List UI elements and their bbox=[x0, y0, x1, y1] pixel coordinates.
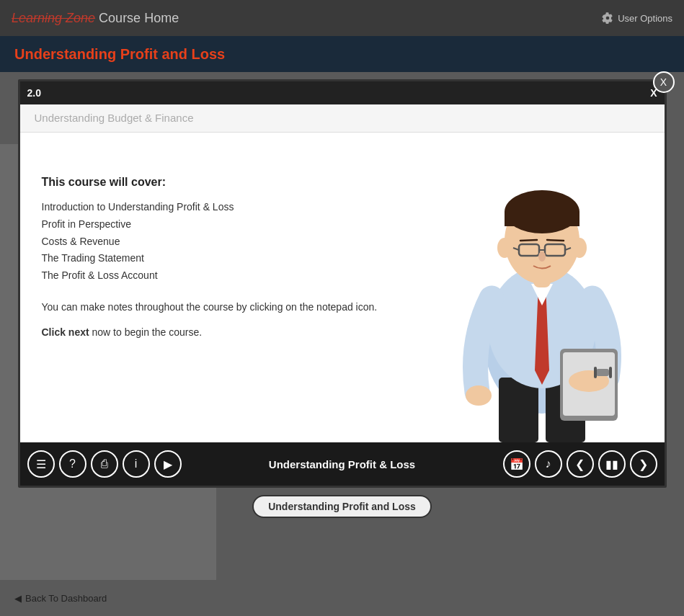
calendar-icon: 📅 bbox=[510, 457, 524, 471]
next-button[interactable]: ❯ bbox=[630, 450, 657, 478]
app-title-learning-zone: Learning Zone bbox=[12, 11, 95, 25]
course-cover-title: This course will cover: bbox=[42, 176, 398, 189]
svg-point-21 bbox=[572, 238, 587, 258]
back-dashboard-label: Back To Dashboard bbox=[25, 593, 107, 604]
video-icon: ▶ bbox=[164, 457, 172, 471]
menu-icon: ☰ bbox=[36, 457, 46, 471]
help-icon: ? bbox=[69, 457, 76, 470]
svg-point-22 bbox=[466, 385, 492, 406]
click-next-rest: now to begin the course. bbox=[92, 326, 203, 338]
gear-icon bbox=[602, 12, 613, 24]
next-icon: ❯ bbox=[639, 457, 648, 471]
video-button[interactable]: ▶ bbox=[154, 450, 182, 478]
list-item: The Trading Statement bbox=[42, 250, 398, 267]
svg-point-19 bbox=[538, 251, 546, 262]
svg-point-20 bbox=[497, 238, 512, 258]
bottom-right-controls: 📅 ♪ ❮ ▮▮ ❯ bbox=[503, 450, 657, 478]
modal-bottombar: ☰ ? ⎙ i ▶ Understanding Profit & Loss bbox=[20, 442, 665, 486]
volume-button[interactable]: ♪ bbox=[535, 450, 562, 478]
back-arrow-icon: ◀ bbox=[14, 593, 22, 604]
click-next-text: Click next now to begin the course. bbox=[42, 326, 398, 338]
modal-close-button[interactable]: X bbox=[653, 71, 675, 93]
main-content: X 2.0 X Understanding Budget & Finance T… bbox=[0, 72, 684, 616]
modal-version-label: 2.0 bbox=[27, 87, 41, 99]
print-button[interactable]: ⎙ bbox=[91, 450, 118, 478]
svg-rect-26 bbox=[596, 369, 609, 376]
calendar-button[interactable]: 📅 bbox=[503, 450, 530, 478]
user-options-label: User Options bbox=[618, 13, 672, 24]
list-item: Introduction to Understanding Profit & L… bbox=[42, 199, 398, 216]
back-dashboard-button[interactable]: ◀ Back To Dashboard bbox=[14, 593, 107, 604]
click-next-bold: Click next bbox=[42, 326, 89, 338]
list-item: The Profit & Loss Account bbox=[42, 267, 398, 285]
right-panel bbox=[666, 144, 684, 580]
notes-text: You can make notes throughout the course… bbox=[42, 299, 398, 315]
bottom-left-controls: ☰ ? ⎙ i ▶ bbox=[27, 450, 182, 478]
help-button[interactable]: ? bbox=[59, 450, 86, 478]
course-label-button[interactable]: Understanding Profit and Loss bbox=[252, 495, 432, 518]
svg-rect-11 bbox=[505, 212, 579, 226]
info-icon: i bbox=[135, 457, 138, 470]
top-bar: Learning Zone Course Home User Options bbox=[0, 0, 684, 36]
person-illustration bbox=[434, 140, 650, 442]
user-options-button[interactable]: User Options bbox=[602, 12, 672, 24]
svg-rect-28 bbox=[609, 367, 612, 378]
modal-subtitle: Understanding Budget & Finance bbox=[35, 112, 194, 124]
back-button[interactable]: ❮ bbox=[567, 450, 594, 478]
list-item: Costs & Revenue bbox=[42, 233, 398, 251]
volume-icon: ♪ bbox=[546, 457, 551, 470]
svg-line-17 bbox=[520, 240, 537, 241]
modal-topbar: 2.0 X bbox=[20, 81, 665, 104]
modal-container: X 2.0 X Understanding Budget & Finance T… bbox=[18, 79, 667, 488]
svg-rect-27 bbox=[594, 367, 597, 378]
course-header: Understanding Profit and Loss bbox=[0, 36, 684, 72]
bottom-course-name: Understanding Profit & Loss bbox=[182, 458, 503, 470]
modal-person-image bbox=[419, 133, 665, 442]
modal-body: This course will cover: Introduction to … bbox=[20, 133, 665, 442]
course-title: Understanding Profit and Loss bbox=[14, 46, 225, 63]
pause-icon: ▮▮ bbox=[605, 457, 618, 471]
menu-button[interactable]: ☰ bbox=[27, 450, 55, 478]
pause-button[interactable]: ▮▮ bbox=[598, 450, 626, 478]
modal-subtitle-bar: Understanding Budget & Finance bbox=[20, 104, 665, 133]
back-dashboard-bar: ◀ Back To Dashboard bbox=[0, 580, 684, 616]
print-icon: ⎙ bbox=[101, 457, 108, 470]
app-title-course-home: Course Home bbox=[99, 11, 179, 25]
info-button[interactable]: i bbox=[123, 450, 150, 478]
modal-text-area: This course will cover: Introduction to … bbox=[20, 133, 419, 442]
svg-line-18 bbox=[547, 240, 564, 241]
app-title: Learning Zone Course Home bbox=[12, 11, 179, 26]
list-item: Profit in Perspective bbox=[42, 216, 398, 233]
back-icon: ❮ bbox=[575, 457, 585, 471]
course-topics-list: Introduction to Understanding Profit & L… bbox=[42, 199, 398, 285]
